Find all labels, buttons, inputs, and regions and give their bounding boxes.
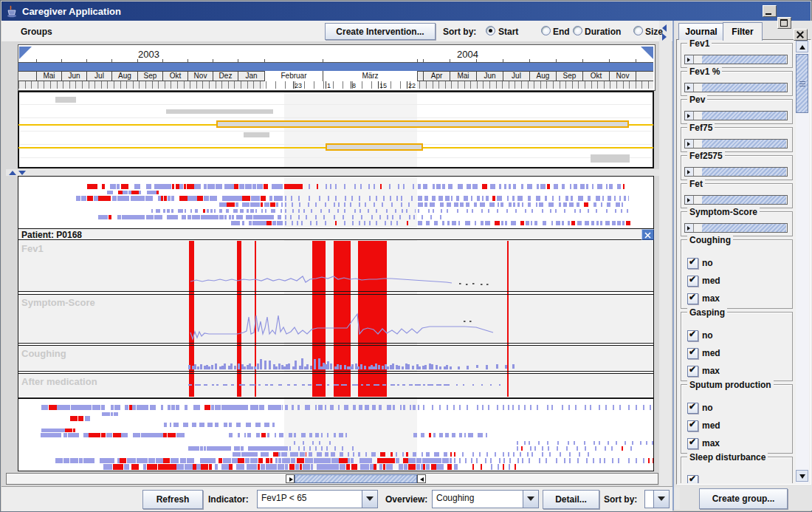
timeline-event-segment[interactable]	[509, 202, 512, 207]
timeline-event-segment[interactable]	[434, 452, 439, 457]
timeline-event-segment[interactable]	[246, 423, 251, 427]
timeline-event-segment[interactable]	[527, 184, 532, 189]
timeline-event-segment[interactable]	[383, 464, 385, 470]
timeline-event-segment[interactable]	[122, 458, 126, 463]
timeline-event-segment[interactable]	[386, 464, 393, 470]
timeline-event-segment[interactable]	[171, 405, 175, 410]
timeline-event-segment[interactable]	[530, 405, 531, 410]
timeline-event-segment[interactable]	[278, 464, 284, 470]
timeline-event-segment[interactable]	[542, 446, 543, 451]
timeline-event-segment[interactable]	[416, 464, 420, 470]
timeline-event-segment[interactable]	[433, 433, 436, 437]
timeline-event-segment[interactable]	[238, 433, 240, 437]
timeline-event-segment[interactable]	[489, 202, 495, 207]
tab-filter[interactable]: Filter	[723, 22, 763, 41]
timeline-event-segment[interactable]	[317, 464, 325, 470]
timeline-event-segment[interactable]	[352, 215, 354, 219]
timeline-event-segment[interactable]	[285, 221, 286, 225]
slider-track[interactable]	[702, 140, 786, 148]
timeline-event-segment[interactable]	[413, 215, 415, 219]
timeline-event-segment[interactable]	[471, 196, 472, 201]
timeline-event-segment[interactable]	[76, 196, 80, 201]
timeline-event-segment[interactable]	[529, 458, 530, 463]
timeline-event-segment[interactable]	[163, 209, 165, 213]
timeline-event-segment[interactable]	[518, 405, 520, 410]
timeline-event-segment[interactable]	[445, 196, 450, 201]
timeline-event-segment[interactable]	[290, 452, 298, 457]
timeline-event-segment[interactable]	[447, 202, 451, 207]
timeline-event-segment[interactable]	[345, 196, 346, 201]
timeline-event-segment[interactable]	[297, 458, 304, 463]
timeline-event-segment[interactable]	[234, 446, 240, 451]
timeline-event-segment[interactable]	[92, 433, 100, 437]
timeline-event-segment[interactable]	[351, 196, 353, 201]
timeline-event-segment[interactable]	[203, 209, 205, 213]
timeline-event-segment[interactable]	[575, 405, 577, 410]
timeline-event-segment[interactable]	[305, 405, 310, 410]
timeline-event-segment[interactable]	[410, 405, 411, 410]
timeline-event-segment[interactable]	[185, 464, 193, 470]
timeline-event-segment[interactable]	[396, 196, 398, 201]
timeline-event-segment[interactable]	[146, 184, 151, 189]
timeline-event-segment[interactable]	[556, 221, 560, 225]
timeline-event-segment[interactable]	[327, 458, 331, 463]
timeline-event-segment[interactable]	[78, 416, 83, 421]
timeline-event-segment[interactable]	[434, 221, 438, 225]
timeline-event-segment[interactable]	[396, 458, 399, 463]
timeline-event-segment[interactable]	[536, 196, 540, 201]
timeline-event-segment[interactable]	[154, 464, 157, 470]
timeline-event-segment[interactable]	[554, 184, 558, 189]
timeline-event-segment[interactable]	[234, 184, 238, 189]
timeline-event-segment[interactable]	[605, 405, 607, 410]
timeline-event-segment[interactable]	[274, 196, 282, 201]
timeline-event-segment[interactable]	[321, 446, 323, 451]
timeline-event-segment[interactable]	[272, 221, 276, 225]
timeline-event-segment[interactable]	[319, 441, 320, 445]
timeline-event-segment[interactable]	[534, 446, 536, 451]
timeline-event-segment[interactable]	[630, 446, 632, 451]
timeline-event-segment[interactable]	[250, 405, 258, 410]
combo-arrow-icon[interactable]	[362, 491, 377, 508]
timeline-event-segment[interactable]	[334, 446, 336, 451]
indicator-combobox[interactable]: Fev1P < 65	[257, 490, 378, 508]
timeline-event-segment[interactable]	[255, 209, 257, 213]
timeline-event-segment[interactable]	[467, 405, 468, 410]
timeline-event-segment[interactable]	[300, 464, 302, 470]
timeline-event-segment[interactable]	[391, 202, 393, 207]
timeline-event-segment[interactable]	[278, 184, 283, 189]
timeline-event-segment[interactable]	[147, 191, 152, 194]
timeline-event-segment[interactable]	[254, 458, 258, 463]
timeline-event-segment[interactable]	[344, 405, 348, 410]
timeline-event-segment[interactable]	[547, 184, 550, 189]
timeline-event-segment[interactable]	[538, 441, 540, 445]
timeline-event-segment[interactable]	[297, 221, 298, 225]
timeline-event-segment[interactable]	[145, 196, 153, 201]
menu-groups[interactable]: Groups	[21, 27, 52, 37]
timeline-event-segment[interactable]	[400, 405, 402, 410]
timeline-event-segment[interactable]	[423, 405, 424, 410]
timeline-event-segment[interactable]	[311, 209, 312, 213]
timeline-event-segment[interactable]	[167, 209, 170, 213]
timeline-event-segment[interactable]	[387, 405, 391, 410]
timeline-event-segment[interactable]	[270, 202, 275, 207]
radio-sort-end[interactable]	[541, 26, 551, 35]
timeline-event-segment[interactable]	[388, 458, 395, 463]
timeline-event-segment[interactable]	[599, 458, 601, 463]
timeline-event-segment[interactable]	[395, 209, 396, 213]
timeline-event-segment[interactable]	[559, 202, 561, 207]
timeline-event-segment[interactable]	[283, 446, 288, 451]
timeline-event-segment[interactable]	[376, 221, 377, 225]
timeline-event-segment[interactable]	[653, 458, 653, 463]
combo-arrow-icon[interactable]	[523, 491, 538, 508]
timeline-event-segment[interactable]	[380, 184, 382, 189]
timeline-event-segment[interactable]	[350, 202, 351, 207]
timeline-event-segment[interactable]	[365, 202, 366, 207]
timeline-event-segment[interactable]	[245, 452, 252, 457]
timeline-event-segment[interactable]	[325, 405, 326, 410]
timeline-event-segment[interactable]	[330, 405, 334, 410]
timeline-event-segment[interactable]	[57, 429, 65, 432]
timeline-event-segment[interactable]	[440, 215, 441, 219]
timeline-event-segment[interactable]	[144, 405, 148, 410]
timeline-event-segment[interactable]	[383, 196, 385, 201]
timeline-event-segment[interactable]	[74, 433, 79, 437]
